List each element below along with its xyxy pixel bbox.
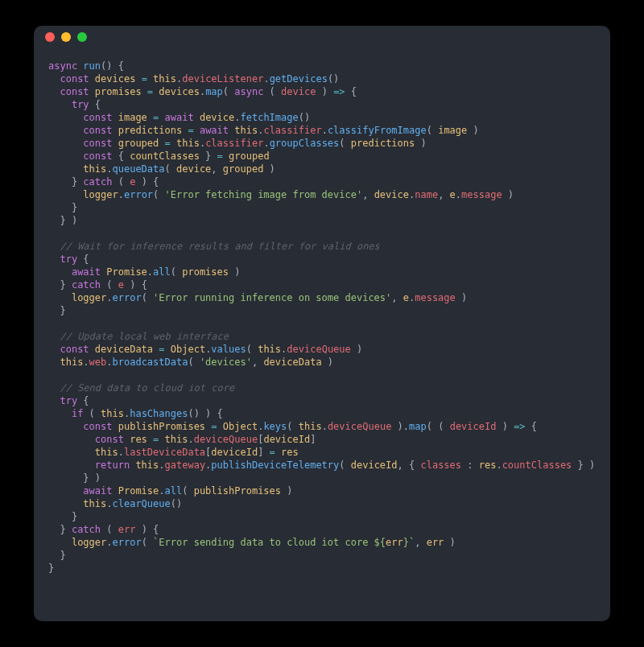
- code-line: try {: [48, 98, 596, 111]
- code-line: const grouped = this.classifier.groupCla…: [48, 137, 596, 150]
- code-line: const image = await device.fetchImage(): [48, 111, 596, 124]
- titlebar: [34, 26, 610, 48]
- code-line: const res = this.deviceQueue[deviceId]: [48, 433, 596, 446]
- code-line: this.queueData( device, grouped ): [48, 163, 596, 175]
- code-window: async run() { const devices = this.devic…: [34, 26, 610, 621]
- code-line: }: [48, 510, 596, 523]
- code-line: }: [48, 201, 596, 214]
- code-line: [48, 227, 596, 240]
- code-line: this.clearQueue(): [48, 497, 596, 510]
- code-line: logger.error( `Error sending data to clo…: [48, 536, 596, 549]
- code-line: logger.error( 'Error fetching image from…: [48, 188, 596, 201]
- code-line: } ): [48, 472, 596, 484]
- code-content: async run() { const devices = this.devic…: [34, 48, 610, 621]
- code-line: return this.gateway.publishDeviceTelemet…: [48, 459, 596, 472]
- code-line: try {: [48, 394, 596, 407]
- code-line: const deviceData = Object.values( this.d…: [48, 343, 596, 356]
- zoom-icon[interactable]: [77, 32, 87, 42]
- code-line: const promises = devices.map( async ( de…: [48, 85, 596, 98]
- code-line: const publishPromises = Object.keys( thi…: [48, 420, 596, 433]
- code-line: // Send data to cloud iot core: [48, 381, 596, 394]
- close-icon[interactable]: [45, 32, 55, 42]
- code-line: this.web.broadcastData( 'devices', devic…: [48, 356, 596, 369]
- code-line: }: [48, 562, 596, 575]
- code-line: if ( this.hasChanges() ) {: [48, 407, 596, 420]
- code-line: const { countClasses } = grouped: [48, 150, 596, 163]
- code-line: const devices = this.deviceListener.getD…: [48, 72, 596, 85]
- code-line: } catch ( e ) {: [48, 278, 596, 291]
- code-line: logger.error( 'Error running inference o…: [48, 291, 596, 304]
- minimize-icon[interactable]: [61, 32, 71, 42]
- code-line: [48, 369, 596, 381]
- code-line: } catch ( err ) {: [48, 523, 596, 536]
- code-line: await Promise.all( publishPromises ): [48, 484, 596, 497]
- code-line: try {: [48, 253, 596, 266]
- code-line: // Wait for inference results and filter…: [48, 240, 596, 253]
- code-line: [48, 317, 596, 330]
- code-line: const predictions = await this.classifie…: [48, 124, 596, 137]
- code-line: } ): [48, 214, 596, 227]
- code-line: // Update local web interface: [48, 330, 596, 343]
- code-line: this.lastDeviceData[deviceId] = res: [48, 446, 596, 459]
- code-line: await Promise.all( promises ): [48, 266, 596, 278]
- code-line: }: [48, 549, 596, 562]
- code-line: }: [48, 304, 596, 317]
- code-line: async run() {: [48, 60, 596, 72]
- code-line: } catch ( e ) {: [48, 175, 596, 188]
